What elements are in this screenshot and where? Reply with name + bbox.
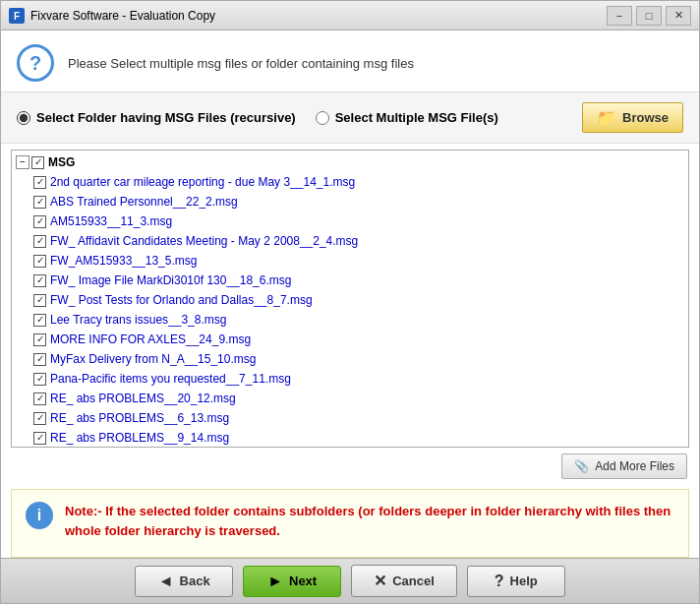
tree-checkbox-file-2[interactable] bbox=[33, 215, 46, 228]
tree-checkbox-file-1[interactable] bbox=[33, 196, 46, 209]
header-text: Please Select multiple msg files or fold… bbox=[68, 56, 414, 71]
tree-checkbox-file-6[interactable] bbox=[33, 294, 46, 307]
tree-file-label: MyFax Delivery from N_A__15_10.msg bbox=[50, 350, 256, 368]
cancel-icon: ✕ bbox=[374, 572, 386, 590]
folder-icon: 📁 bbox=[597, 108, 616, 127]
tree-file-label: AM515933__11_3.msg bbox=[50, 212, 172, 230]
tree-checkbox-file-10[interactable] bbox=[33, 373, 46, 386]
tree-file-label: Pana-Pacific items you requested__7_11.m… bbox=[50, 370, 291, 388]
tree-checkbox-file-11[interactable] bbox=[33, 393, 46, 405]
tree-checkbox-file-9[interactable] bbox=[33, 353, 46, 366]
radio-files-option[interactable]: Select Multiple MSG File(s) bbox=[316, 110, 498, 125]
tree-file-item[interactable]: 2nd quarter car mileage reporting - due … bbox=[29, 172, 688, 192]
svg-text:F: F bbox=[14, 11, 20, 22]
note-info-icon: i bbox=[26, 502, 53, 529]
tree-toggle-root[interactable]: − bbox=[16, 155, 29, 169]
tree-checkbox-file-12[interactable] bbox=[33, 412, 46, 425]
note-section: i Note:- If the selected folder contains… bbox=[11, 489, 689, 558]
tree-file-label: RE_ abs PROBLEMS__6_13.msg bbox=[50, 409, 229, 427]
browse-label: Browse bbox=[622, 110, 669, 125]
tree-file-item[interactable]: RE_ abs PROBLEMS__20_12.msg bbox=[29, 389, 688, 408]
next-icon: ► bbox=[267, 573, 283, 590]
tree-file-label: FW_ Affidavit Candidates Meeting - May 2… bbox=[50, 232, 358, 250]
tree-file-item[interactable]: FW_ Affidavit Candidates Meeting - May 2… bbox=[29, 231, 688, 251]
cancel-button[interactable]: ✕ Cancel bbox=[351, 565, 457, 597]
back-label: Back bbox=[180, 574, 210, 588]
tree-file-label: Lee Tracy trans issues__3_8.msg bbox=[50, 311, 226, 329]
tree-checkbox-file-0[interactable] bbox=[33, 176, 46, 189]
minimize-button[interactable]: − bbox=[607, 6, 632, 26]
help-button[interactable]: ? Help bbox=[467, 566, 565, 597]
file-list-area: − MSG 2nd quarter car mileage reporting … bbox=[1, 144, 699, 489]
tree-checkbox-root[interactable] bbox=[31, 156, 44, 169]
tree-file-label: RE_ abs PROBLEMS__9_14.msg bbox=[50, 429, 229, 447]
tree-checkbox-file-7[interactable] bbox=[33, 314, 46, 327]
tree-file-label: RE_ abs PROBLEMS__20_12.msg bbox=[50, 390, 236, 407]
radio-folder-label: Select Folder having MSG Files (recursiv… bbox=[36, 110, 296, 125]
tree-file-item[interactable]: RE_ abs PROBLEMS__6_13.msg bbox=[29, 408, 688, 428]
tree-root-label: MSG bbox=[48, 153, 75, 171]
radio-folder-input[interactable] bbox=[17, 111, 30, 125]
info-icon: ? bbox=[17, 44, 54, 82]
tree-checkbox-file-8[interactable] bbox=[33, 333, 46, 346]
tree-checkbox-file-5[interactable] bbox=[33, 274, 46, 287]
tree-checkbox-file-13[interactable] bbox=[33, 432, 46, 445]
header-section: ? Please Select multiple msg files or fo… bbox=[1, 30, 699, 92]
tree-file-item[interactable]: MORE INFO FOR AXLES__24_9.msg bbox=[29, 330, 688, 349]
back-icon: ◄ bbox=[158, 573, 174, 590]
tree-file-label: 2nd quarter car mileage reporting - due … bbox=[50, 173, 355, 191]
note-text: Note:- If the selected folder contains s… bbox=[65, 502, 674, 540]
browse-button[interactable]: 📁 Browse bbox=[582, 102, 683, 133]
tree-file-item[interactable]: MyFax Delivery from N_A__15_10.msg bbox=[29, 349, 688, 369]
radio-folder-option[interactable]: Select Folder having MSG Files (recursiv… bbox=[17, 110, 296, 125]
title-text: Fixvare Software - Evaluation Copy bbox=[30, 9, 607, 23]
add-files-row: 📎 Add More Files bbox=[11, 448, 689, 485]
tree-checkbox-file-3[interactable] bbox=[33, 235, 46, 248]
tree-children: 2nd quarter car mileage reporting - due … bbox=[12, 172, 688, 448]
app-icon: F bbox=[9, 8, 25, 24]
title-bar: F Fixvare Software - Evaluation Copy − □… bbox=[1, 1, 699, 30]
tree-file-item[interactable]: Pana-Pacific items you requested__7_11.m… bbox=[29, 369, 688, 389]
window-controls: − □ ✕ bbox=[607, 6, 691, 26]
tree-file-label: FW_ Image File MarkDi3010f 130__18_6.msg bbox=[50, 272, 291, 289]
maximize-button[interactable]: □ bbox=[636, 6, 662, 26]
tree-file-item[interactable]: ABS Trained Personnel__22_2.msg bbox=[29, 192, 688, 211]
tree-container[interactable]: − MSG 2nd quarter car mileage reporting … bbox=[11, 150, 689, 448]
tree-file-item[interactable]: FW_ Image File MarkDi3010f 130__18_6.msg bbox=[29, 271, 688, 290]
next-label: Next bbox=[289, 574, 317, 588]
tree-file-item[interactable]: AM515933__11_3.msg bbox=[29, 211, 688, 231]
next-button[interactable]: ► Next bbox=[243, 566, 341, 597]
tree-file-label: FW_ Post Tests for Orlando and Dallas__8… bbox=[50, 291, 313, 309]
radio-options-row: Select Folder having MSG Files (recursiv… bbox=[1, 92, 699, 144]
radio-files-label: Select Multiple MSG File(s) bbox=[335, 110, 498, 125]
bottom-bar: ◄ Back ► Next ✕ Cancel ? Help bbox=[1, 558, 699, 603]
back-button[interactable]: ◄ Back bbox=[135, 566, 233, 597]
help-icon: ? bbox=[495, 573, 504, 590]
help-label: Help bbox=[510, 574, 538, 588]
add-files-icon: 📎 bbox=[574, 459, 589, 473]
main-window: F Fixvare Software - Evaluation Copy − □… bbox=[0, 0, 700, 604]
tree-file-item[interactable]: FW_AM515933__13_5.msg bbox=[29, 251, 688, 271]
radio-files-input[interactable] bbox=[316, 111, 329, 125]
tree-root-node[interactable]: − MSG bbox=[12, 152, 688, 172]
tree-root: − MSG 2nd quarter car mileage reporting … bbox=[12, 151, 688, 448]
tree-checkbox-file-4[interactable] bbox=[33, 255, 46, 268]
tree-file-label: ABS Trained Personnel__22_2.msg bbox=[50, 193, 238, 211]
cancel-label: Cancel bbox=[392, 574, 435, 588]
tree-file-label: MORE INFO FOR AXLES__24_9.msg bbox=[50, 331, 251, 348]
tree-file-item[interactable]: FW_ Post Tests for Orlando and Dallas__8… bbox=[29, 290, 688, 310]
tree-file-label: FW_AM515933__13_5.msg bbox=[50, 252, 197, 270]
close-button[interactable]: ✕ bbox=[666, 6, 691, 26]
add-files-label: Add More Files bbox=[595, 459, 674, 473]
tree-file-item[interactable]: RE_ abs PROBLEMS__9_14.msg bbox=[29, 428, 688, 448]
tree-file-item[interactable]: Lee Tracy trans issues__3_8.msg bbox=[29, 310, 688, 330]
add-more-files-button[interactable]: 📎 Add More Files bbox=[561, 453, 687, 479]
